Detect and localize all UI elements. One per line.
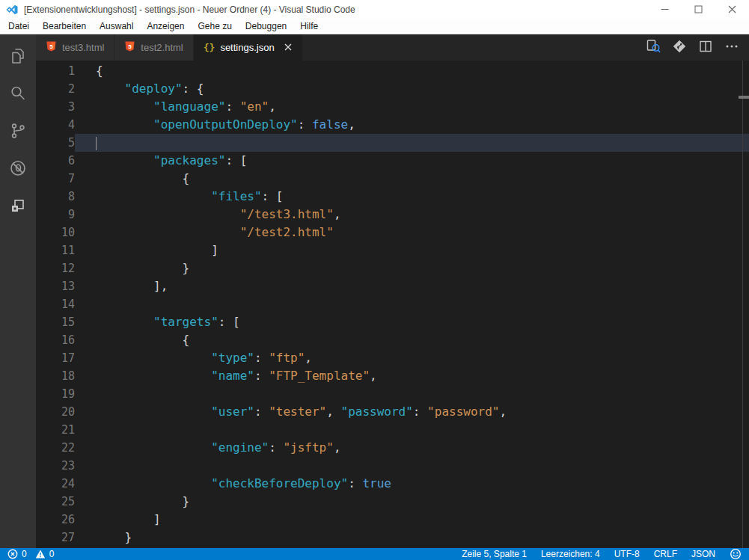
code-line-content[interactable]: "/test3.html",	[75, 206, 749, 224]
code-line-content[interactable]: "packages": [	[75, 152, 749, 170]
token	[96, 530, 125, 544]
code-line-content[interactable]: "type": "ftp",	[75, 349, 749, 367]
activity-debug-button[interactable]	[0, 151, 36, 188]
code-line-content[interactable]	[75, 421, 749, 439]
code-line-content[interactable]	[75, 295, 749, 313]
code-line-content[interactable]: "files": [	[75, 188, 749, 206]
cursor-position-status[interactable]: Zeile 5, Spalte 1	[462, 549, 527, 559]
token: "type"	[211, 351, 254, 365]
activity-search-button[interactable]	[0, 76, 36, 114]
code-line-content[interactable]: {	[75, 331, 749, 349]
code-line-content[interactable]: "language": "en",	[75, 98, 749, 116]
token: false	[312, 117, 348, 132]
code-line-content[interactable]: "checkBeforeDeploy": true	[75, 475, 749, 493]
eol-status[interactable]: CRLF	[654, 549, 677, 559]
language-mode-status[interactable]: JSON	[691, 549, 715, 559]
indentation-status[interactable]: Leerzeichen: 4	[541, 549, 600, 559]
more-actions-button[interactable]	[724, 38, 740, 58]
activity-extensions-button[interactable]	[0, 188, 36, 226]
code-line-content[interactable]: {	[75, 62, 749, 80]
code-line: 27 }	[36, 529, 749, 547]
token: ,	[370, 369, 377, 383]
code-line-content[interactable]: "targets": [	[75, 313, 749, 331]
open-preview-button[interactable]	[645, 38, 661, 58]
menu-item-gehe-zu[interactable]: Gehe zu	[191, 19, 238, 33]
code-line-content[interactable]: }	[75, 529, 749, 547]
code-line: 25 }	[36, 493, 749, 511]
code-line-content[interactable]: "openOutputOnDeploy": false,	[75, 116, 749, 134]
code-line-content[interactable]: ]	[75, 241, 749, 259]
line-number: 5	[36, 134, 75, 152]
token	[96, 369, 211, 383]
encoding-status[interactable]: UTF-8	[614, 549, 640, 559]
code-line-content[interactable]: }	[75, 493, 749, 511]
code-line-content[interactable]: ],	[75, 277, 749, 295]
line-number: 7	[36, 170, 75, 188]
token: "language"	[153, 99, 225, 114]
menu-item-debuggen[interactable]: Debuggen	[239, 19, 293, 33]
minimize-button[interactable]	[648, 0, 682, 19]
tab-label: settings.json	[220, 42, 274, 53]
code-line-content[interactable]: ]	[75, 511, 749, 529]
token: : [	[225, 153, 247, 167]
status-bar-right: Zeile 5, Spalte 1 Leerzeichen: 4 UTF-8 C…	[462, 548, 742, 560]
menu-item-bearbeiten[interactable]: Bearbeiten	[36, 19, 93, 33]
code-line-content[interactable]	[75, 134, 749, 152]
code-line: 8 "files": [	[36, 188, 749, 206]
deploy-button[interactable]	[671, 38, 688, 58]
code-line: 18 "name": "FTP_Template",	[36, 367, 749, 385]
tab-test3-html[interactable]: 5test3.html	[36, 34, 114, 61]
token: "packages"	[153, 153, 225, 167]
code-line-content[interactable]: "name": "FTP_Template",	[75, 367, 749, 385]
problems-indicator[interactable]: 0 0	[7, 549, 58, 559]
ellipsis-icon	[724, 38, 740, 58]
line-number: 16	[36, 331, 75, 349]
code-line: 26 ]	[36, 511, 749, 529]
split-editor-icon	[697, 38, 714, 58]
token: :	[254, 369, 269, 383]
line-number: 14	[36, 295, 75, 313]
token: :	[298, 117, 312, 132]
menu-item-auswahl[interactable]: Auswahl	[93, 19, 140, 33]
token: :	[254, 404, 269, 419]
code-line: 23	[36, 457, 749, 475]
code-line: 3 "language": "en",	[36, 98, 749, 116]
feedback-smiley-button[interactable]	[730, 548, 742, 560]
tab-settings-json[interactable]: {}settings.json	[194, 34, 303, 61]
code-editor[interactable]: 1{2 "deploy": {3 "language": "en",4 "ope…	[36, 61, 749, 548]
code-line: 6 "packages": [	[36, 152, 749, 170]
minimize-icon	[661, 3, 669, 16]
tab-test2-html[interactable]: 5test2.html	[114, 34, 193, 61]
extensions-icon	[8, 196, 28, 218]
maximize-button[interactable]	[682, 0, 715, 19]
split-editor-button[interactable]	[697, 38, 714, 58]
code-line-content[interactable]: "/test2.html"	[75, 224, 749, 241]
token: "jsftp"	[283, 440, 333, 455]
menu-item-datei[interactable]: Datei	[1, 19, 36, 33]
menu-item-anzeigen[interactable]: Anzeigen	[140, 19, 191, 33]
token: "deploy"	[125, 81, 183, 96]
code-line-content[interactable]	[75, 385, 749, 403]
overview-ruler-cursor-marker	[739, 96, 749, 99]
menu-item-hilfe[interactable]: Hilfe	[293, 19, 325, 33]
code-line: 14	[36, 295, 749, 313]
activity-explorer-button[interactable]	[0, 39, 36, 76]
line-number: 11	[36, 241, 75, 259]
code-line-content[interactable]: {	[75, 170, 749, 188]
code-line-content[interactable]: "engine": "jsftp",	[75, 439, 749, 457]
code-line: 19	[36, 385, 749, 403]
token	[96, 207, 240, 221]
line-number: 21	[36, 421, 75, 439]
code-line-content[interactable]: }	[75, 259, 749, 277]
code-line-content[interactable]	[75, 457, 749, 475]
close-icon[interactable]	[284, 43, 293, 53]
activity-source-control-button[interactable]	[0, 114, 36, 151]
code-line-content[interactable]: "user": "tester", "password": "password"…	[75, 403, 749, 421]
token	[96, 153, 153, 167]
code-line: 5	[36, 134, 749, 152]
close-window-button[interactable]	[715, 0, 749, 19]
code-line-content[interactable]: "deploy": {	[75, 80, 749, 98]
code-line: 4 "openOutputOnDeploy": false,	[36, 116, 749, 134]
json-icon: {}	[204, 42, 215, 53]
code-line: 13 ],	[36, 277, 749, 295]
